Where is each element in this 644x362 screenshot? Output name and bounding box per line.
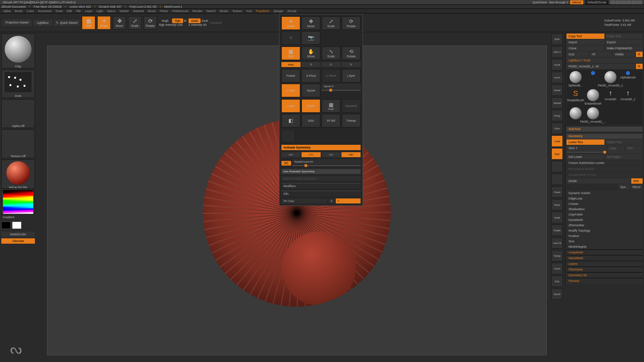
rail-scroll[interactable]: Scroll (551, 59, 563, 70)
rail-xpose[interactable]: Xpose (551, 288, 563, 300)
menu-marker[interactable]: Marker (118, 9, 130, 13)
menu-alpha[interactable]: Alpha (1, 9, 12, 13)
tool-slot-4[interactable]: SSimpleBrush (568, 89, 583, 105)
z-intensity-slider[interactable]: Z Intensity 50 (189, 23, 208, 26)
rotate-mode-button[interactable]: ⟳Rotate (144, 16, 157, 29)
modifiers-header[interactable]: Modifiers (281, 183, 361, 189)
sym-x-toggle[interactable]: >X< (281, 152, 301, 157)
convert-bpr-button[interactable]: Convert BPR To Geo (567, 172, 643, 178)
tool-slot-9[interactable]: PM3D_Arrow3D_... (585, 107, 601, 123)
move-mode-button[interactable]: ✥Move (113, 16, 126, 29)
menu-preferences[interactable]: Preferences (170, 9, 190, 13)
del-higher-button[interactable]: Del Higher (605, 154, 643, 160)
xpose-slider[interactable]: Xpose 0 (322, 84, 361, 89)
rail-zoom[interactable]: Zoom (551, 72, 563, 83)
use-poseable-button[interactable]: Use Poseable Symmetry (281, 169, 361, 174)
cube-button[interactable]: ◧ (281, 114, 300, 127)
transp-button[interactable]: Transp (342, 114, 361, 127)
lightbox-button[interactable]: LightBox (34, 20, 52, 26)
sym-z-toggle[interactable]: >Z< (322, 152, 341, 157)
color-spectrum-icon[interactable] (3, 190, 33, 214)
geom-modify-topology[interactable]: Modify Topology (567, 228, 643, 233)
menu-draw[interactable]: Draw (54, 9, 64, 13)
3d-copy-button[interactable]: 3D Copy (281, 198, 327, 203)
tool-slot-3[interactable]: AlphaBrush (620, 71, 636, 87)
del-poseable-button[interactable]: Delete Poseable Symmetry (281, 176, 361, 181)
cpivot-button[interactable]: C.Pivot (322, 69, 340, 82)
geom-crease[interactable]: Crease (567, 201, 643, 206)
geom-geometry-hd[interactable]: Geometry HD (567, 272, 643, 278)
see-through-slider[interactable]: See-through 0 (549, 1, 568, 4)
zsub-toggle[interactable]: Zsub (202, 19, 208, 22)
mrgb-toggle[interactable]: Mrgb (159, 18, 171, 23)
projection-master-button[interactable]: Projection Master (3, 19, 32, 26)
geom-preview[interactable]: Preview (567, 278, 643, 284)
make-polymesh-button[interactable]: Make PolyMesh3D (605, 46, 643, 51)
alternate-button[interactable]: Alternate (1, 238, 35, 244)
rail-spix-3[interactable]: SPix 3 (551, 46, 563, 58)
reconstruct-button[interactable]: Reconstruct Subdiv (567, 166, 643, 172)
goz-r-button[interactable]: R (636, 52, 643, 57)
menu-brush[interactable]: Brush (13, 9, 24, 13)
zadd-toggle[interactable]: Zadd (189, 18, 201, 23)
swatch-white[interactable] (12, 222, 21, 229)
goz-visible-button[interactable]: Visible (613, 52, 635, 57)
swatch-black[interactable] (1, 222, 11, 229)
tool-slot-0[interactable]: SphereB... (568, 71, 583, 87)
rail-scale[interactable]: Scale (551, 212, 563, 223)
texture-button[interactable]: Texture Off (1, 129, 35, 158)
divide-button[interactable]: Divide (567, 178, 631, 184)
frame-button[interactable]: Frame (281, 69, 300, 82)
quick-button[interactable]: Quick (302, 99, 320, 113)
rail-transp[interactable]: Transp (551, 250, 563, 261)
rail-move[interactable]: Move (551, 199, 563, 210)
local-button[interactable]: Local (281, 99, 300, 113)
rail-persp[interactable]: Persp (551, 110, 563, 121)
pp-snapshot-button[interactable]: 📷 (302, 31, 320, 45)
import-button[interactable]: Import (567, 40, 604, 45)
win-close-icon[interactable] (637, 1, 642, 4)
rail-local[interactable]: Local (551, 135, 563, 147)
rail-actual[interactable]: Actual (551, 84, 563, 96)
copy-tool-button[interactable]: Copy Tool (567, 34, 604, 39)
rail-bpr[interactable]: BPR (551, 34, 563, 45)
geom-fibermesh[interactable]: FiberMesh (567, 266, 643, 272)
copy-t[interactable]: T (336, 198, 361, 203)
ptsel-button[interactable]: Pt Sel (322, 114, 340, 127)
export-button[interactable]: Export (605, 40, 643, 45)
radial-toggle[interactable]: (R) (281, 161, 291, 166)
menu-zplugin[interactable]: Zplugin (272, 9, 285, 13)
higher-res-button[interactable]: Higher Res (605, 139, 643, 145)
axis-y-icon[interactable]: ⊙ (302, 62, 321, 67)
pp-gmove-button[interactable]: ✋Move (302, 47, 320, 60)
pp-snap-button[interactable]: ✧ (281, 31, 300, 45)
menu-render[interactable]: Render (191, 9, 204, 13)
menu-material[interactable]: Material (131, 9, 145, 13)
lightbox-tools-header[interactable]: Lightbox > Tools (567, 58, 643, 63)
menu-file[interactable]: File (74, 9, 83, 13)
rail-solo[interactable]: Solo (551, 276, 563, 287)
active-tool-label[interactable]: PM3D_Arrow3D_1. 49 (567, 64, 635, 69)
axyz-toggle[interactable]: Axyz (281, 62, 301, 67)
sym-m-toggle[interactable]: >M< (341, 152, 361, 157)
pp-grotate-button[interactable]: ⟲Rotate (342, 47, 361, 60)
geom-zremesher[interactable]: ZRemesher (567, 223, 643, 228)
geom-claypolish[interactable]: ClayPolish (567, 212, 643, 217)
paste-tool-button[interactable]: Paste Tool (605, 34, 643, 39)
del-lower-button[interactable]: Del Lower (567, 154, 604, 160)
suv-toggle[interactable]: Suv (619, 184, 630, 190)
clone-button[interactable]: Clone (567, 46, 604, 51)
scale-mode-button[interactable]: ⤢Scale (128, 16, 142, 29)
pp-rotate-button[interactable]: ⟳Rotate (342, 16, 361, 30)
rail-ghost[interactable]: Ghost (551, 263, 563, 274)
goz-all-button[interactable]: All (590, 52, 612, 57)
geom-size[interactable]: Size (567, 239, 643, 244)
lsym-button[interactable]: LSym (342, 69, 361, 82)
tool-slot-5[interactable]: EraserBrush (585, 89, 601, 105)
menu-light[interactable]: Light (95, 9, 105, 13)
win-min-icon[interactable] (627, 1, 631, 4)
quicksave-button[interactable]: QuickSave (532, 1, 547, 4)
material-button[interactable]: Clay (1, 34, 35, 68)
menu-color[interactable]: Color (25, 9, 36, 13)
switch-color-button[interactable]: SwitchColor (1, 232, 35, 237)
